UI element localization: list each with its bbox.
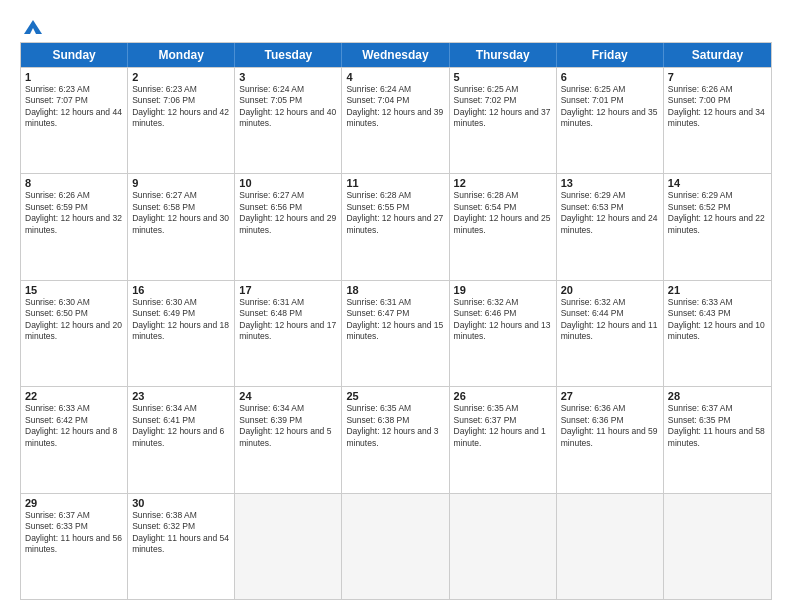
- calendar-cell-18: 18Sunrise: 6:31 AM Sunset: 6:47 PM Dayli…: [342, 281, 449, 386]
- day-info: Sunrise: 6:23 AM Sunset: 7:06 PM Dayligh…: [132, 84, 230, 130]
- calendar-cell-16: 16Sunrise: 6:30 AM Sunset: 6:49 PM Dayli…: [128, 281, 235, 386]
- calendar-week-3: 15Sunrise: 6:30 AM Sunset: 6:50 PM Dayli…: [21, 280, 771, 386]
- day-number: 18: [346, 284, 444, 296]
- day-info: Sunrise: 6:25 AM Sunset: 7:02 PM Dayligh…: [454, 84, 552, 130]
- day-info: Sunrise: 6:32 AM Sunset: 6:46 PM Dayligh…: [454, 297, 552, 343]
- calendar-cell-11: 11Sunrise: 6:28 AM Sunset: 6:55 PM Dayli…: [342, 174, 449, 279]
- day-number: 16: [132, 284, 230, 296]
- calendar-week-1: 1Sunrise: 6:23 AM Sunset: 7:07 PM Daylig…: [21, 67, 771, 173]
- logo-icon: [22, 18, 44, 36]
- day-number: 25: [346, 390, 444, 402]
- day-number: 17: [239, 284, 337, 296]
- day-number: 27: [561, 390, 659, 402]
- calendar-cell-6: 6Sunrise: 6:25 AM Sunset: 7:01 PM Daylig…: [557, 68, 664, 173]
- cal-header-sunday: Sunday: [21, 43, 128, 67]
- calendar-cell-25: 25Sunrise: 6:35 AM Sunset: 6:38 PM Dayli…: [342, 387, 449, 492]
- day-number: 9: [132, 177, 230, 189]
- day-number: 14: [668, 177, 767, 189]
- calendar-body: 1Sunrise: 6:23 AM Sunset: 7:07 PM Daylig…: [21, 67, 771, 599]
- day-info: Sunrise: 6:35 AM Sunset: 6:38 PM Dayligh…: [346, 403, 444, 449]
- day-number: 10: [239, 177, 337, 189]
- calendar-week-5: 29Sunrise: 6:37 AM Sunset: 6:33 PM Dayli…: [21, 493, 771, 599]
- day-number: 23: [132, 390, 230, 402]
- calendar-cell-empty: [235, 494, 342, 599]
- day-number: 2: [132, 71, 230, 83]
- day-info: Sunrise: 6:37 AM Sunset: 6:35 PM Dayligh…: [668, 403, 767, 449]
- header: [20, 18, 772, 32]
- day-info: Sunrise: 6:27 AM Sunset: 6:56 PM Dayligh…: [239, 190, 337, 236]
- calendar-page: SundayMondayTuesdayWednesdayThursdayFrid…: [0, 0, 792, 612]
- day-number: 30: [132, 497, 230, 509]
- day-number: 12: [454, 177, 552, 189]
- cal-header-wednesday: Wednesday: [342, 43, 449, 67]
- day-info: Sunrise: 6:30 AM Sunset: 6:50 PM Dayligh…: [25, 297, 123, 343]
- day-info: Sunrise: 6:27 AM Sunset: 6:58 PM Dayligh…: [132, 190, 230, 236]
- day-number: 1: [25, 71, 123, 83]
- day-number: 24: [239, 390, 337, 402]
- day-number: 4: [346, 71, 444, 83]
- day-info: Sunrise: 6:25 AM Sunset: 7:01 PM Dayligh…: [561, 84, 659, 130]
- day-number: 13: [561, 177, 659, 189]
- calendar-header-row: SundayMondayTuesdayWednesdayThursdayFrid…: [21, 43, 771, 67]
- calendar-cell-8: 8Sunrise: 6:26 AM Sunset: 6:59 PM Daylig…: [21, 174, 128, 279]
- cal-header-saturday: Saturday: [664, 43, 771, 67]
- cal-header-monday: Monday: [128, 43, 235, 67]
- calendar-cell-28: 28Sunrise: 6:37 AM Sunset: 6:35 PM Dayli…: [664, 387, 771, 492]
- day-number: 21: [668, 284, 767, 296]
- calendar-cell-17: 17Sunrise: 6:31 AM Sunset: 6:48 PM Dayli…: [235, 281, 342, 386]
- logo: [20, 18, 44, 32]
- day-number: 7: [668, 71, 767, 83]
- day-number: 11: [346, 177, 444, 189]
- day-number: 20: [561, 284, 659, 296]
- day-info: Sunrise: 6:31 AM Sunset: 6:47 PM Dayligh…: [346, 297, 444, 343]
- cal-header-friday: Friday: [557, 43, 664, 67]
- day-number: 19: [454, 284, 552, 296]
- day-info: Sunrise: 6:29 AM Sunset: 6:53 PM Dayligh…: [561, 190, 659, 236]
- day-info: Sunrise: 6:34 AM Sunset: 6:41 PM Dayligh…: [132, 403, 230, 449]
- calendar-cell-9: 9Sunrise: 6:27 AM Sunset: 6:58 PM Daylig…: [128, 174, 235, 279]
- calendar-cell-30: 30Sunrise: 6:38 AM Sunset: 6:32 PM Dayli…: [128, 494, 235, 599]
- day-number: 22: [25, 390, 123, 402]
- day-number: 28: [668, 390, 767, 402]
- day-number: 26: [454, 390, 552, 402]
- day-info: Sunrise: 6:28 AM Sunset: 6:54 PM Dayligh…: [454, 190, 552, 236]
- day-info: Sunrise: 6:35 AM Sunset: 6:37 PM Dayligh…: [454, 403, 552, 449]
- calendar-cell-13: 13Sunrise: 6:29 AM Sunset: 6:53 PM Dayli…: [557, 174, 664, 279]
- day-info: Sunrise: 6:24 AM Sunset: 7:04 PM Dayligh…: [346, 84, 444, 130]
- day-number: 29: [25, 497, 123, 509]
- calendar-cell-14: 14Sunrise: 6:29 AM Sunset: 6:52 PM Dayli…: [664, 174, 771, 279]
- calendar-cell-4: 4Sunrise: 6:24 AM Sunset: 7:04 PM Daylig…: [342, 68, 449, 173]
- calendar-cell-10: 10Sunrise: 6:27 AM Sunset: 6:56 PM Dayli…: [235, 174, 342, 279]
- day-info: Sunrise: 6:38 AM Sunset: 6:32 PM Dayligh…: [132, 510, 230, 556]
- calendar: SundayMondayTuesdayWednesdayThursdayFrid…: [20, 42, 772, 600]
- calendar-cell-20: 20Sunrise: 6:32 AM Sunset: 6:44 PM Dayli…: [557, 281, 664, 386]
- calendar-cell-27: 27Sunrise: 6:36 AM Sunset: 6:36 PM Dayli…: [557, 387, 664, 492]
- calendar-cell-19: 19Sunrise: 6:32 AM Sunset: 6:46 PM Dayli…: [450, 281, 557, 386]
- day-info: Sunrise: 6:33 AM Sunset: 6:43 PM Dayligh…: [668, 297, 767, 343]
- day-info: Sunrise: 6:36 AM Sunset: 6:36 PM Dayligh…: [561, 403, 659, 449]
- calendar-cell-12: 12Sunrise: 6:28 AM Sunset: 6:54 PM Dayli…: [450, 174, 557, 279]
- day-info: Sunrise: 6:33 AM Sunset: 6:42 PM Dayligh…: [25, 403, 123, 449]
- calendar-cell-empty: [664, 494, 771, 599]
- calendar-cell-empty: [450, 494, 557, 599]
- calendar-cell-1: 1Sunrise: 6:23 AM Sunset: 7:07 PM Daylig…: [21, 68, 128, 173]
- day-info: Sunrise: 6:24 AM Sunset: 7:05 PM Dayligh…: [239, 84, 337, 130]
- day-info: Sunrise: 6:23 AM Sunset: 7:07 PM Dayligh…: [25, 84, 123, 130]
- calendar-cell-29: 29Sunrise: 6:37 AM Sunset: 6:33 PM Dayli…: [21, 494, 128, 599]
- day-number: 6: [561, 71, 659, 83]
- day-number: 15: [25, 284, 123, 296]
- day-info: Sunrise: 6:32 AM Sunset: 6:44 PM Dayligh…: [561, 297, 659, 343]
- day-number: 5: [454, 71, 552, 83]
- cal-header-thursday: Thursday: [450, 43, 557, 67]
- calendar-cell-24: 24Sunrise: 6:34 AM Sunset: 6:39 PM Dayli…: [235, 387, 342, 492]
- calendar-cell-3: 3Sunrise: 6:24 AM Sunset: 7:05 PM Daylig…: [235, 68, 342, 173]
- calendar-cell-23: 23Sunrise: 6:34 AM Sunset: 6:41 PM Dayli…: [128, 387, 235, 492]
- day-info: Sunrise: 6:37 AM Sunset: 6:33 PM Dayligh…: [25, 510, 123, 556]
- calendar-cell-2: 2Sunrise: 6:23 AM Sunset: 7:06 PM Daylig…: [128, 68, 235, 173]
- calendar-week-2: 8Sunrise: 6:26 AM Sunset: 6:59 PM Daylig…: [21, 173, 771, 279]
- calendar-cell-15: 15Sunrise: 6:30 AM Sunset: 6:50 PM Dayli…: [21, 281, 128, 386]
- day-info: Sunrise: 6:29 AM Sunset: 6:52 PM Dayligh…: [668, 190, 767, 236]
- calendar-cell-5: 5Sunrise: 6:25 AM Sunset: 7:02 PM Daylig…: [450, 68, 557, 173]
- calendar-cell-26: 26Sunrise: 6:35 AM Sunset: 6:37 PM Dayli…: [450, 387, 557, 492]
- day-number: 3: [239, 71, 337, 83]
